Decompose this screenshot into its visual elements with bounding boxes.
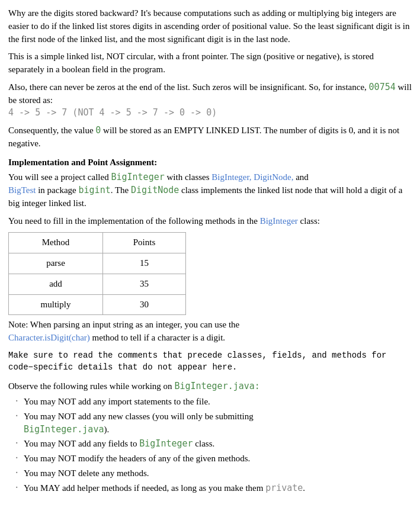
list-item: You MAY add helper methods if needed, as… — [14, 482, 412, 495]
list-item: You may NOT modify the headers of any of… — [14, 452, 412, 465]
impl-p2-before: You need to fill in the implementation o… — [8, 216, 260, 226]
methods-table: Method Points parse15add35multiply30 — [8, 232, 186, 315]
main-content: Why are the digits stored backward? It's… — [8, 7, 412, 494]
impl-para1: You will see a project called BigInteger… — [8, 171, 412, 210]
table-header-row: Method Points — [9, 233, 186, 253]
note-para: Note: When parsing an input string as an… — [8, 319, 412, 345]
note2-para: Make sure to read the comments that prec… — [8, 349, 412, 374]
impl-p1-in: in package — [36, 185, 78, 195]
note-text-before: Note: When parsing an input string as an… — [8, 320, 239, 329]
observe-before: Observe the following rules while workin… — [8, 381, 174, 391]
impl-p1-bigint: bigint — [79, 185, 111, 195]
list-item: You may NOT add any fields to BigInteger… — [14, 438, 412, 451]
impl-p1-mid: with classes — [165, 172, 212, 182]
table-header-points: Points — [102, 233, 185, 253]
impl-para2: You need to fill in the implementation o… — [8, 215, 412, 228]
table-header-method: Method — [9, 233, 103, 253]
para-empty-list: Consequently, the value 0 will be stored… — [8, 124, 412, 150]
impl-p1-bigtest: BigTest — [8, 185, 36, 195]
list-item: You may NOT add any new classes (you wil… — [14, 410, 412, 436]
para-zeros: Also, there can never be zeros at the en… — [8, 81, 412, 120]
table-cell-points: 35 — [102, 274, 185, 294]
para-zeros-chain: 4 -> 5 -> 7 (NOT 4 -> 5 -> 7 -> 0 -> 0) — [8, 107, 217, 118]
para-zeros-code: 00754 — [369, 82, 396, 92]
table-cell-method: add — [9, 274, 103, 294]
note-link: Character.isDigit(char) — [8, 333, 90, 342]
observe-para: Observe the following rules while workin… — [8, 380, 412, 393]
impl-p1-classes: BigInteger, DigitNode, — [211, 172, 293, 182]
table-row: multiply30 — [9, 294, 186, 315]
observe-link: BigInteger.java: — [174, 381, 260, 391]
impl-p1-before: You will see a project called — [8, 172, 111, 182]
para-empty-zero: 0 — [95, 125, 101, 136]
table-cell-method: parse — [9, 253, 103, 274]
impl-heading-text: Implementation and Point Assignment: — [8, 158, 157, 167]
impl-p1-biginteger: BigInteger — [111, 172, 164, 182]
note-text-after: method to tell if a character is a digit… — [90, 333, 225, 342]
table-row: add35 — [9, 274, 186, 294]
note2-text: Make sure to read the comments that prec… — [8, 351, 387, 372]
list-item: You may NOT add any import statements to… — [14, 396, 412, 409]
table-cell-points: 15 — [102, 253, 185, 274]
impl-p1-digitnode: DigitNode — [131, 185, 179, 195]
table-cell-method: multiply — [9, 294, 103, 315]
rules-list: You may NOT add any import statements to… — [8, 396, 412, 494]
para-empty-before: Consequently, the value — [8, 126, 95, 135]
table-cell-points: 30 — [102, 294, 185, 315]
impl-heading: Implementation and Point Assignment: — [8, 156, 412, 169]
impl-p2-link: BigInteger — [260, 216, 298, 226]
para-backward: Why are the digits stored backward? It's… — [8, 7, 412, 46]
impl-p1-and: and — [293, 172, 308, 182]
para-simple-list: This is a simple linked list, NOT circul… — [8, 50, 412, 76]
table-row: parse15 — [9, 253, 186, 274]
list-item: You may NOT delete any methods. — [14, 467, 412, 480]
impl-p1-dot: . The — [111, 185, 131, 195]
para-zeros-text1: Also, there can never be zeros at the en… — [8, 82, 367, 92]
impl-p2-after: class: — [298, 216, 320, 226]
